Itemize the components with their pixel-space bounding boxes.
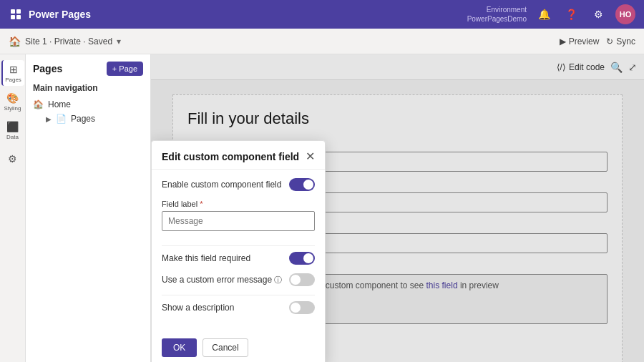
- field-label-section-title: Field label *: [162, 200, 315, 208]
- modal-overlay: Edit custom component field ✕ Enable cus…: [151, 54, 644, 362]
- svg-rect-0: [11, 9, 15, 14]
- nav-item-pages[interactable]: ▶ 📄 Pages: [33, 112, 143, 126]
- main-layout: ⊞ Pages 🎨 Styling ⬛ Data ⚙ Pages + Page …: [0, 54, 644, 362]
- modal-cancel-button[interactable]: Cancel: [203, 338, 248, 357]
- more-icon: ⚙: [8, 153, 17, 165]
- sidebar-styling-label: Styling: [4, 105, 21, 112]
- enable-toggle-dot: [303, 180, 313, 190]
- preview-icon: ▶: [560, 36, 566, 47]
- secondbar: 🏠 Site 1 · Private · Saved ▾ ▶ Preview ↻…: [0, 29, 644, 54]
- sidebar: ⊞ Pages 🎨 Styling ⬛ Data ⚙: [0, 54, 26, 362]
- data-icon: ⬛: [6, 121, 19, 132]
- sidebar-pages-label: Pages: [5, 77, 21, 83]
- show-description-label: Show a description: [162, 303, 234, 313]
- custom-error-toggle-dot: [291, 275, 301, 285]
- field-label-text: Field label: [162, 200, 197, 208]
- avatar[interactable]: HO: [615, 4, 635, 24]
- home-nav-icon: 🏠: [33, 99, 44, 109]
- sync-icon: ↻: [606, 36, 613, 47]
- app-logo-icon: [9, 7, 23, 21]
- field-label-section: Field label *: [162, 200, 315, 240]
- modal-ok-button[interactable]: OK: [162, 338, 197, 357]
- svg-rect-2: [11, 15, 15, 19]
- enable-row: Enable custom component field: [162, 178, 315, 191]
- modal-divider-2: [162, 295, 315, 295]
- pages-panel: Pages + Page Main navigation 🏠 Home ▶ 📄 …: [26, 54, 151, 362]
- chevron-icon: ▶: [46, 115, 52, 123]
- make-required-label: Make this field required: [162, 253, 250, 263]
- field-label-required: *: [200, 200, 203, 208]
- field-label-input[interactable]: [162, 211, 315, 231]
- enable-label: Enable custom component field: [162, 180, 281, 190]
- secondbar-right: ▶ Preview ↻ Sync: [560, 36, 635, 47]
- info-icon[interactable]: ⓘ: [274, 275, 282, 284]
- nav-item-home[interactable]: 🏠 Home: [33, 97, 143, 112]
- nav-pages-label: Pages: [71, 114, 95, 124]
- modal-body: Enable custom component field Field labe…: [152, 170, 325, 331]
- topbar-right: Environment PowerPagesDemo 🔔 ❓ ⚙ HO: [467, 4, 635, 24]
- edit-component-modal: Edit custom component field ✕ Enable cus…: [151, 140, 326, 362]
- show-description-row: Show a description: [162, 301, 315, 314]
- custom-error-toggle[interactable]: [289, 273, 315, 286]
- content-area: ⟨/⟩ Edit code 🔍 ⤢ Fill in your details N…: [151, 54, 644, 362]
- preview-label: Preview: [569, 36, 600, 47]
- settings-icon[interactable]: ⚙: [588, 4, 608, 24]
- sidebar-item-pages[interactable]: ⊞ Pages: [1, 60, 24, 86]
- custom-error-label: Use a custom error message ⓘ: [162, 275, 282, 285]
- notification-icon[interactable]: 🔔: [534, 4, 554, 24]
- sidebar-item-data[interactable]: ⬛ Data: [1, 117, 24, 143]
- nav-home-label: Home: [48, 99, 71, 109]
- sidebar-item-styling[interactable]: 🎨 Styling: [1, 89, 24, 114]
- pages-title: Pages: [33, 63, 62, 74]
- env-info: Environment PowerPagesDemo: [467, 5, 527, 24]
- sync-label: Sync: [616, 36, 635, 47]
- sidebar-item-more[interactable]: ⚙: [1, 146, 24, 172]
- topbar: Power Pages Environment PowerPagesDemo 🔔…: [0, 0, 644, 29]
- secondbar-left: 🏠 Site 1 · Private · Saved ▾: [9, 36, 554, 47]
- modal-title: Edit custom component field: [162, 151, 299, 162]
- add-page-button[interactable]: + Page: [107, 62, 143, 76]
- make-required-row: Make this field required: [162, 252, 315, 265]
- modal-close-button[interactable]: ✕: [306, 150, 315, 163]
- svg-rect-3: [16, 15, 21, 19]
- pages-header: Pages + Page: [33, 62, 143, 76]
- sidebar-data-label: Data: [6, 134, 19, 140]
- preview-button[interactable]: ▶ Preview: [560, 36, 600, 47]
- make-required-toggle-dot: [303, 253, 313, 263]
- site-info: Site 1 · Private · Saved: [25, 36, 112, 47]
- svg-rect-1: [16, 9, 21, 14]
- app-title: Power Pages: [29, 9, 462, 20]
- sync-button[interactable]: ↻ Sync: [606, 36, 635, 47]
- env-label: Environment: [487, 5, 527, 14]
- help-icon[interactable]: ❓: [561, 4, 581, 24]
- modal-footer: OK Cancel: [152, 331, 325, 362]
- env-name: PowerPagesDemo: [467, 14, 527, 24]
- make-required-toggle[interactable]: [289, 252, 315, 265]
- show-description-toggle-dot: [291, 303, 301, 313]
- show-description-toggle[interactable]: [289, 301, 315, 314]
- nav-section-title: Main navigation: [33, 83, 143, 93]
- custom-error-row: Use a custom error message ⓘ: [162, 273, 315, 286]
- enable-toggle[interactable]: [289, 178, 315, 191]
- modal-header: Edit custom component field ✕: [152, 141, 325, 170]
- pages-nav-icon: 📄: [56, 114, 67, 124]
- chevron-down-icon: ▾: [117, 36, 121, 47]
- home-icon[interactable]: 🏠: [9, 36, 21, 47]
- modal-divider-1: [162, 245, 315, 246]
- pages-icon: ⊞: [9, 64, 18, 75]
- styling-icon: 🎨: [6, 92, 19, 104]
